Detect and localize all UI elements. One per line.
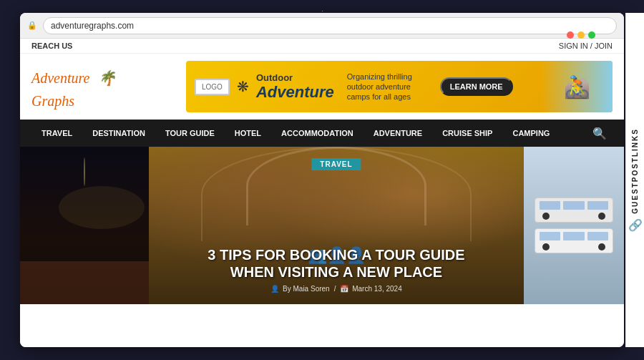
ad-flower-icon: ❋ <box>237 78 249 95</box>
hero-left-panel <box>20 147 149 304</box>
hero-background <box>149 147 524 304</box>
close-dot[interactable] <box>567 31 574 39</box>
logo-subtext: Graphs <box>31 87 116 110</box>
sidebar-label-text: GUESTPOSTLINKS <box>631 128 639 214</box>
browser-toolbar: 🔒 adventuregraphs.com <box>20 13 624 39</box>
hero-center-panel: 👥👤👤 TRAVEL 3 TIPS FOR BOOKING A TOUR GUI… <box>149 147 524 304</box>
maximize-dot[interactable] <box>588 31 595 39</box>
reach-us-link[interactable]: REACH US <box>31 42 72 50</box>
main-nav: TRAVEL DESTINATION TOUR GUIDE HOTEL ACCO… <box>20 120 624 147</box>
site-content: REACH US SIGN IN / JOIN Adventure 🌴 Grap… <box>20 39 624 347</box>
nav-camping[interactable]: CAMPING <box>502 120 560 147</box>
lock-icon: 🔒 <box>27 21 37 30</box>
site-logo[interactable]: Adventure 🌴 Graphs <box>31 64 175 110</box>
hero-section: 👥👤👤 TRAVEL 3 TIPS FOR BOOKING A TOUR GUI… <box>20 147 624 304</box>
nav-cruise-ship[interactable]: CRUISE SHIP <box>432 120 502 147</box>
logo-text: Adventure 🌴 <box>31 64 116 87</box>
dark-room-image <box>20 147 149 304</box>
sidebar-brand-icon: 🔗 <box>628 218 643 232</box>
minimize-dot[interactable] <box>577 31 585 39</box>
browser-window: 🔒 adventuregraphs.com REACH US SIGN IN /… <box>20 13 624 347</box>
search-icon[interactable]: 🔍 <box>587 127 613 140</box>
window-controls <box>567 31 595 39</box>
ad-banner[interactable]: LOGO ❋ Outdoor Adventure Organizing thri… <box>186 61 613 112</box>
ad-subtext: Organizing thrilling outdoor adventure c… <box>347 72 433 102</box>
ad-headline: Outdoor Adventure <box>256 72 334 102</box>
address-bar[interactable]: adventuregraphs.com <box>43 17 617 34</box>
ad-logo-placeholder: LOGO <box>195 79 230 95</box>
nav-travel[interactable]: TRAVEL <box>31 120 82 147</box>
nav-accommodation[interactable]: ACCOMMODATION <box>271 120 364 147</box>
top-bar: REACH US SIGN IN / JOIN <box>20 39 624 54</box>
hero-separator: / <box>334 285 336 293</box>
hero-title: 3 TIPS FOR BOOKING A TOUR GUIDE WHEN VIS… <box>160 246 512 281</box>
ad-image: 🚵 <box>541 61 613 112</box>
hero-author: 👤 By Maia Soren <box>270 285 329 293</box>
side-label: GUESTPOSTLINKS 🔗 <box>625 13 644 347</box>
hero-meta: 👤 By Maia Soren / 📅 March 13, 2024 <box>160 285 512 293</box>
nav-destination[interactable]: DESTINATION <box>82 120 155 147</box>
hero-category-badge: TRAVEL <box>311 158 361 170</box>
nav-tour-guide[interactable]: TOUR GUIDE <box>155 120 225 147</box>
ad-cta-button[interactable]: LEARN MORE <box>440 77 513 96</box>
hero-date: 📅 March 13, 2024 <box>340 285 401 293</box>
nav-hotel[interactable]: HOTEL <box>225 120 271 147</box>
nav-adventure[interactable]: ADVENTURE <box>364 120 432 147</box>
hero-right-panel <box>524 147 624 304</box>
url-text: adventuregraphs.com <box>51 21 134 31</box>
site-header: Adventure 🌴 Graphs LOGO ❋ Outdoor Advent… <box>20 54 624 120</box>
sign-in-link[interactable]: SIGN IN / JOIN <box>559 42 613 50</box>
palm-icon: 🌴 <box>98 70 116 86</box>
cyclist-icon: 🚵 <box>564 74 590 99</box>
